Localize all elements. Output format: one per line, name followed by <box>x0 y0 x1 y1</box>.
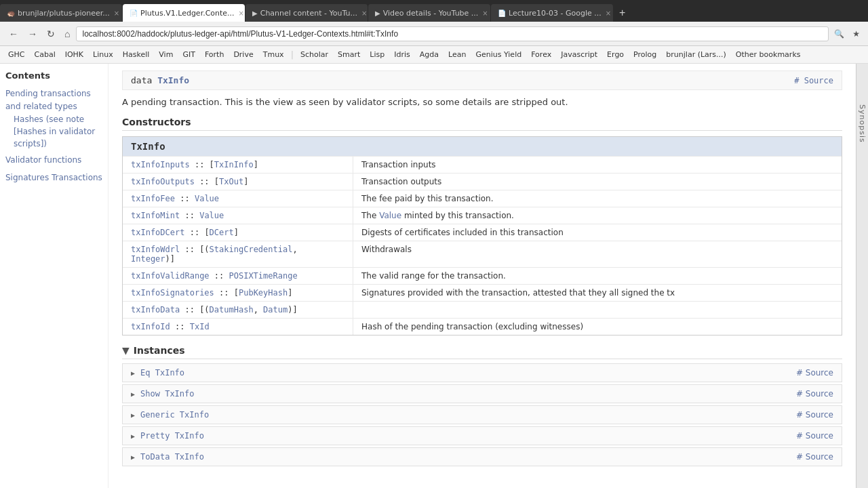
link-dcert[interactable]: DCert <box>210 228 234 237</box>
bookmark-idris[interactable]: Idris <box>391 49 413 60</box>
field-txinfooutputs: txInfoOutputs :: [TxOut] <box>123 174 353 190</box>
tab-2-close[interactable]: × <box>239 9 244 17</box>
extensions-icon[interactable]: 🔍 <box>831 28 847 40</box>
bookmark-vim[interactable]: Vim <box>156 49 176 60</box>
tab-2-label: Plutus.V1.Ledger.Conte... <box>140 9 235 18</box>
expand-pretty-icon[interactable]: ▶ <box>131 432 135 440</box>
instance-generic-text: Generic TxInfo <box>140 410 209 420</box>
bookmark-ghc[interactable]: GHC <box>5 49 27 60</box>
tab-3[interactable]: ▶ Channel content - YouTu... × <box>245 4 368 22</box>
tab-5-close[interactable]: × <box>606 9 611 17</box>
field-txinfofee: txInfoFee :: Value <box>123 190 353 207</box>
bookmark-forth[interactable]: Forth <box>202 49 226 60</box>
instance-generic-source[interactable]: # Source <box>796 410 833 420</box>
list-item: ▶ Eq TxInfo # Source <box>122 363 842 382</box>
sidebar-item-hashes[interactable]: Hashes (see note [Hashes in validator sc… <box>14 113 102 150</box>
home-button[interactable]: ⌂ <box>61 27 73 41</box>
instance-generic-left: ▶ Generic TxInfo <box>131 410 209 420</box>
bookmark-javascript[interactable]: Javascript <box>558 49 600 60</box>
bookmark-cabal[interactable]: Cabal <box>31 49 58 60</box>
desc-txinfomint: The Value minted by this transaction. <box>353 207 842 224</box>
bookmark-forex[interactable]: Forex <box>528 49 554 60</box>
instance-eq-source[interactable]: # Source <box>796 368 833 378</box>
link-integer[interactable]: Integer <box>131 254 165 264</box>
desc-txinfodata <box>353 302 842 318</box>
link-txid[interactable]: TxId <box>190 322 210 331</box>
instance-pretty-text: Pretty TxInfo <box>140 431 204 441</box>
link-stakingcredential[interactable]: StakingCredential <box>210 245 293 254</box>
bookmark-haskell[interactable]: Haskell <box>120 49 153 60</box>
link-datum[interactable]: Datum <box>263 305 288 314</box>
tab-1[interactable]: 🦔 brunjlar/plutus-pioneer... × <box>0 4 122 22</box>
tab-2-favicon: 📄 <box>130 9 138 17</box>
desc-txinfowdrl: Withdrawals <box>353 241 842 267</box>
source-link-top[interactable]: # Source <box>794 76 833 85</box>
desc-txinfovalidrange: The valid range for the transaction. <box>353 268 842 284</box>
link-txininfo[interactable]: TxInInfo <box>214 160 254 169</box>
bookmark-drive[interactable]: Drive <box>231 49 256 60</box>
link-pubkeyhash[interactable]: PubKeyHash <box>239 288 288 298</box>
tab-4[interactable]: ▶ Video details - YouTube ... × <box>368 4 490 22</box>
instance-show-source[interactable]: # Source <box>796 389 833 399</box>
instance-eq-left: ▶ Eq TxInfo <box>131 368 184 378</box>
instance-pretty-source[interactable]: # Source <box>796 431 833 441</box>
field-txinfosignatories: txInfoSignatories :: [PubKeyHash] <box>123 285 353 301</box>
bookmark-genius-yield[interactable]: Genius Yield <box>473 49 524 60</box>
tab-5[interactable]: 📄 Lecture10-03 - Google ... × <box>491 4 613 22</box>
expand-show-icon[interactable]: ▶ <box>131 390 135 398</box>
bookmark-lean[interactable]: Lean <box>446 49 469 60</box>
forward-button[interactable]: → <box>24 27 41 41</box>
link-value-mint[interactable]: Value <box>199 211 224 220</box>
tab-5-label: Lecture10-03 - Google ... <box>509 9 601 18</box>
expand-todata-icon[interactable]: ▶ <box>131 453 135 461</box>
tab-1-close[interactable]: × <box>114 9 119 17</box>
bookmark-linux[interactable]: Linux <box>90 49 116 60</box>
table-row: txInfoSignatories :: [PubKeyHash] Signat… <box>123 284 842 301</box>
instances-collapse-icon[interactable]: ▼ <box>122 345 130 356</box>
link-datumhash[interactable]: DatumHash <box>210 305 254 314</box>
bookmark-star-icon[interactable]: ★ <box>850 28 863 40</box>
tab-2[interactable]: 📄 Plutus.V1.Ledger.Conte... × <box>123 4 245 22</box>
bookmark-brunjlar[interactable]: brunjlar (Lars...) <box>663 49 729 60</box>
instance-todata-text: ToData TxInfo <box>140 452 204 462</box>
bookmark-smart[interactable]: Smart <box>335 49 363 60</box>
instance-todata-source[interactable]: # Source <box>796 452 833 462</box>
back-button[interactable]: ← <box>5 27 22 41</box>
tab-4-favicon: ▶ <box>375 9 380 17</box>
constructor-box: TxInfo txInfoInputs :: [TxInInfo] Transa… <box>122 136 842 336</box>
expand-eq-icon[interactable]: ▶ <box>131 369 135 377</box>
bookmark-lisp[interactable]: Lisp <box>367 49 387 60</box>
bookmark-git[interactable]: GIT <box>180 49 198 60</box>
bookmark-agda[interactable]: Agda <box>417 49 441 60</box>
list-item: ▶ Generic TxInfo # Source <box>122 405 842 424</box>
constructor-header: TxInfo <box>123 137 842 156</box>
tab-3-label: Channel content - YouTu... <box>260 9 357 18</box>
right-sidebar[interactable]: Synopsis <box>856 64 868 488</box>
link-posixtimerange[interactable]: POSIXTimeRange <box>229 271 298 281</box>
new-tab-button[interactable]: + <box>614 7 631 19</box>
sidebar-item-validator[interactable]: Validator functions <box>5 154 102 167</box>
sidebar-item-pending[interactable]: Pending transactions and related types <box>5 87 102 113</box>
address-bar[interactable] <box>76 26 829 41</box>
sidebar-item-signatures[interactable]: Signatures Transactions <box>5 171 102 184</box>
tab-3-close[interactable]: × <box>361 9 367 17</box>
tab-4-close[interactable]: × <box>482 9 488 17</box>
table-row: txInfoInputs :: [TxInInfo] Transaction i… <box>123 156 842 173</box>
bookmark-prolog[interactable]: Prolog <box>631 49 659 60</box>
link-value-desc[interactable]: Value <box>379 211 401 220</box>
expand-generic-icon[interactable]: ▶ <box>131 411 135 419</box>
page-layout: Contents Pending transactions and relate… <box>0 64 868 488</box>
bookmark-ergo[interactable]: Ergo <box>604 49 627 60</box>
constructors-heading: Constructors <box>122 117 842 131</box>
bookmark-tmux[interactable]: Tmux <box>260 49 287 60</box>
bookmark-scholar[interactable]: Scholar <box>298 49 331 60</box>
field-txinfomint: txInfoMint :: Value <box>123 207 353 224</box>
reload-button[interactable]: ↻ <box>43 27 58 41</box>
bookmark-iohk[interactable]: IOHK <box>62 49 86 60</box>
link-value-fee[interactable]: Value <box>195 194 219 203</box>
table-row: txInfoDCert :: [DCert] Digests of certif… <box>123 224 842 241</box>
bookmark-other[interactable]: Other bookmarks <box>733 49 804 60</box>
list-item: ▶ Show TxInfo # Source <box>122 384 842 403</box>
link-txout[interactable]: TxOut <box>219 177 243 186</box>
list-item: ▶ Pretty TxInfo # Source <box>122 426 842 445</box>
